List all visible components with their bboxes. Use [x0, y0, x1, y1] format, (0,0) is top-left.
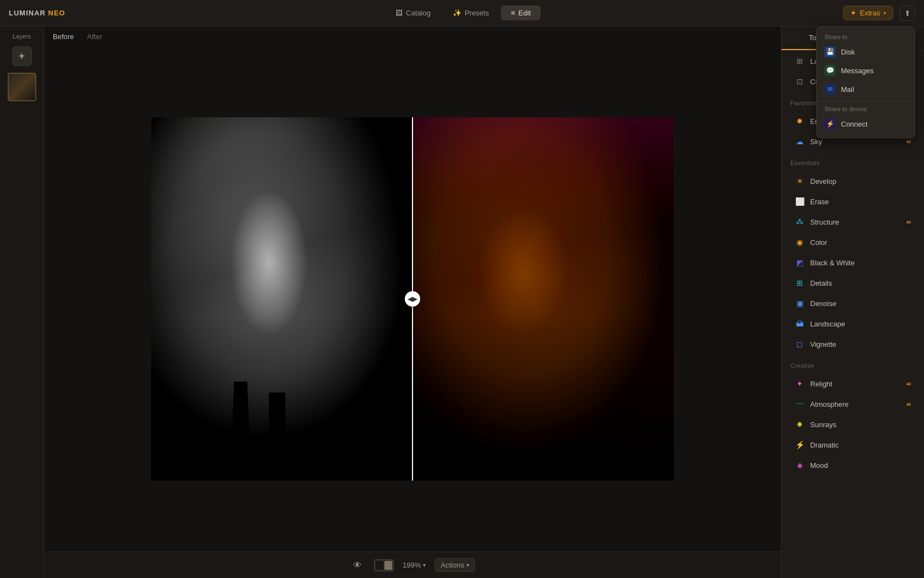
actions-chevron-icon: ▾ — [466, 562, 469, 568]
canvas-area: Before After — [44, 26, 781, 578]
tool-color[interactable]: ◉ Color — [786, 232, 920, 252]
messages-icon: 💬 — [824, 65, 835, 76]
presets-icon: ✨ — [453, 9, 461, 17]
extras-icon: ✦ — [850, 9, 856, 17]
denoise-icon: ▣ — [795, 298, 805, 308]
canvas-image: ◀▶ — [151, 117, 674, 481]
tool-landscape[interactable]: 🏔 Landscape — [786, 314, 920, 334]
connect-icon: ⚡ — [824, 118, 835, 129]
zoom-control[interactable]: 199% ▾ — [403, 561, 426, 569]
catalog-icon: 🖼 — [395, 9, 403, 17]
tool-denoise[interactable]: ▣ Denoise — [786, 293, 920, 313]
compare-button[interactable] — [374, 559, 394, 571]
dramatic-icon: ⚡ — [795, 440, 805, 450]
tool-atmosphere[interactable]: 〰 Atmosphere AI — [786, 394, 920, 414]
disk-label: Disk — [841, 48, 855, 56]
left-panel: Layers + — [0, 26, 44, 578]
after-label[interactable]: After — [87, 32, 102, 41]
topbar-right: ✦ Extras ● ⬆ — [843, 6, 915, 21]
tool-dramatic[interactable]: ⚡ Dramatic — [786, 435, 920, 455]
layer-properties-icon: ⊞ — [795, 56, 805, 66]
tab-catalog[interactable]: 🖼 Catalog — [386, 6, 441, 20]
zoom-chevron-icon: ▾ — [423, 562, 426, 568]
tool-structure[interactable]: ⁂ Structure AI — [786, 212, 920, 232]
extras-button[interactable]: ✦ Extras ● — [843, 6, 893, 20]
layer-thumbnail[interactable] — [8, 73, 36, 101]
app-logo: LUMINAR NEO — [9, 9, 65, 17]
disk-icon: 💾 — [824, 46, 835, 57]
mood-icon: ◈ — [795, 460, 805, 470]
color-icon: ◉ — [795, 237, 805, 247]
tool-vignette[interactable]: ◻ Vignette — [786, 334, 920, 354]
tool-black-white[interactable]: ◩ Black & White — [786, 253, 920, 272]
compare-handle[interactable]: ◀▶ — [405, 291, 420, 307]
structure-ai-badge: AI — [906, 220, 911, 225]
layer-thumbnail-image — [9, 74, 35, 100]
add-layer-button[interactable]: + — [12, 46, 32, 66]
landscape-icon: 🏔 — [795, 319, 805, 329]
atmosphere-ai-badge: AI — [906, 402, 911, 407]
image-after — [413, 117, 674, 481]
share-disk-item[interactable]: 💾 Disk — [817, 42, 915, 61]
tool-develop[interactable]: ☀ Develop — [786, 171, 920, 191]
mail-icon: ✉ — [824, 84, 835, 95]
share-button[interactable]: ⬆ — [900, 6, 915, 21]
messages-label: Messages — [841, 67, 873, 75]
visibility-button[interactable]: 👁 — [350, 558, 365, 573]
edit-icon: ≡ — [511, 9, 515, 17]
compare-dark-half — [376, 561, 383, 570]
share-to-device-label: Share to device: — [817, 103, 915, 114]
sky-icon: ☁ — [795, 137, 805, 146]
main-layout: Layers + Before After — [0, 26, 924, 578]
topbar: LUMINAR NEO 🖼 Catalog ✨ Presets ≡ Edit ✦… — [0, 0, 924, 26]
tool-erase[interactable]: ⬜ Erase — [786, 192, 920, 211]
enhance-icon: ✸ — [795, 116, 805, 126]
share-dropdown: Share to: 💾 Disk 💬 Messages ✉ Mail Share… — [816, 26, 915, 138]
creative-header: Creative — [782, 355, 924, 373]
relight-icon: ✦ — [795, 379, 805, 389]
erase-icon: ⬜ — [795, 197, 805, 206]
relight-ai-badge: AI — [906, 381, 911, 386]
tool-details[interactable]: ⊞ Details — [786, 273, 920, 293]
extras-dot: ● — [883, 10, 886, 15]
mail-label: Mail — [841, 85, 854, 94]
before-label[interactable]: Before — [53, 32, 74, 41]
tab-edit[interactable]: ≡ Edit — [501, 6, 541, 20]
layers-label: Layers — [13, 33, 31, 40]
plus-icon: + — [19, 50, 25, 63]
details-icon: ⊞ — [795, 278, 805, 288]
atmosphere-icon: 〰 — [795, 399, 805, 409]
share-icon: ⬆ — [904, 9, 911, 18]
connect-label: Connect — [841, 120, 867, 128]
nav-tabs: 🖼 Catalog ✨ Presets ≡ Edit — [83, 6, 844, 20]
share-mail-item[interactable]: ✉ Mail — [817, 80, 915, 99]
crop-icon: ⊡ — [795, 77, 805, 86]
tool-relight[interactable]: ✦ Relight AI — [786, 374, 920, 394]
actions-button[interactable]: Actions ▾ — [435, 558, 475, 572]
canvas-wrapper: ◀▶ — [44, 46, 781, 552]
canvas-bottom: 👁 199% ▾ Actions ▾ — [44, 552, 781, 578]
structure-icon: ⁂ — [795, 217, 805, 227]
before-after-bar: Before After — [44, 26, 781, 46]
share-to-label: Share to: — [817, 31, 915, 42]
eye-icon: 👁 — [353, 560, 362, 570]
compare-light-half — [384, 561, 392, 570]
dropdown-divider — [817, 101, 915, 101]
sky-ai-badge: AI — [906, 139, 911, 144]
vignette-icon: ◻ — [795, 339, 805, 349]
image-before — [151, 117, 413, 481]
share-connect-item[interactable]: ⚡ Connect — [817, 114, 915, 133]
develop-icon: ☀ — [795, 176, 805, 186]
tool-sunrays[interactable]: ✸ Sunrays — [786, 415, 920, 434]
tab-presets[interactable]: ✨ Presets — [443, 6, 499, 20]
black-white-icon: ◩ — [795, 258, 805, 268]
tool-mood[interactable]: ◈ Mood — [786, 455, 920, 475]
handle-arrows-icon: ◀▶ — [408, 295, 417, 303]
essentials-header: Essentials — [782, 152, 924, 171]
share-messages-item[interactable]: 💬 Messages — [817, 61, 915, 80]
sunrays-icon: ✸ — [795, 419, 805, 429]
